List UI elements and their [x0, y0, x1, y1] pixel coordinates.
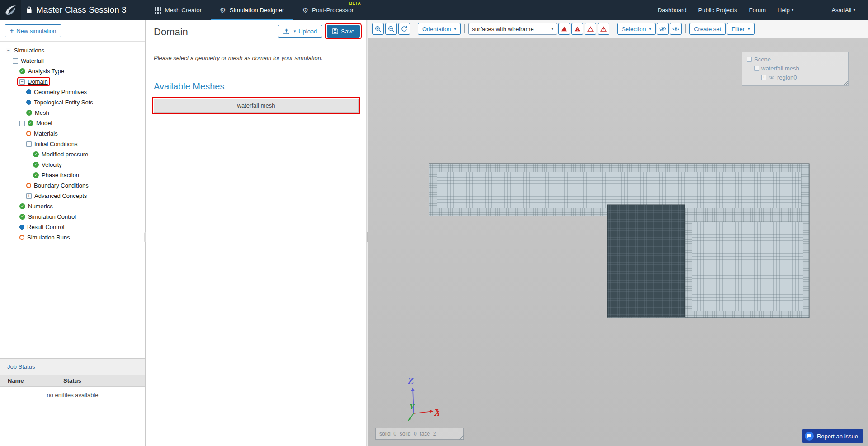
tree-item-numerics[interactable]: ✓Numerics	[0, 201, 145, 211]
dashboard-link[interactable]: Dashboard	[658, 7, 687, 14]
scene-tree-mesh[interactable]: − waterfall mesh	[747, 64, 848, 73]
mesh-quality-solid-button[interactable]	[558, 23, 570, 35]
upload-icon	[283, 28, 289, 34]
status-complete-icon: ✓	[28, 120, 33, 126]
orientation-button[interactable]: Orientation ▾	[418, 23, 461, 35]
scene-tree-root[interactable]: − Scene	[747, 55, 848, 64]
status-complete-icon: ✓	[26, 110, 32, 116]
header-links: Dashboard Public Projects Forum Help▾ As…	[658, 7, 855, 14]
tree-item-modified-pressure[interactable]: ✓Modified pressure	[0, 149, 145, 160]
save-button[interactable]: Save	[327, 25, 360, 38]
tree-item-mesh[interactable]: ✓Mesh	[0, 108, 145, 118]
chevron-down-icon: ▾	[454, 27, 457, 31]
job-status-empty-text: no entities available	[0, 387, 145, 399]
status-complete-icon: ✓	[19, 214, 25, 220]
warning-triangle-outline-icon	[587, 26, 594, 32]
scene-mesh-label: waterfall mesh	[761, 65, 799, 72]
zoom-in-button[interactable]	[372, 23, 384, 35]
render-mode-select[interactable]: surfaces with wireframe ▾	[468, 23, 557, 35]
tab-mesh-creator[interactable]: Mesh Creator	[146, 0, 211, 20]
expand-icon[interactable]: +	[26, 193, 32, 199]
public-projects-link[interactable]: Public Projects	[698, 7, 737, 14]
filter-button[interactable]: Filter ▾	[727, 23, 754, 35]
mesh-quality-outline-button[interactable]	[585, 23, 596, 35]
expand-icon[interactable]: +	[761, 75, 766, 80]
selected-face-input[interactable]	[375, 428, 464, 440]
active-tab-underline	[211, 19, 293, 20]
tree-item-simulation-control[interactable]: ✓Simulation Control	[0, 211, 145, 222]
tree-item-label: Geometry Primitives	[34, 89, 87, 95]
create-set-button[interactable]: Create set	[689, 23, 726, 35]
refresh-view-button[interactable]	[398, 23, 410, 35]
show-selection-button[interactable]	[670, 23, 682, 35]
filter-label: Filter	[731, 26, 745, 33]
chat-bubble-icon	[805, 432, 814, 441]
tree-item-label: Phase fraction	[42, 172, 79, 178]
collapse-icon[interactable]: −	[747, 57, 752, 62]
collapse-icon[interactable]: −	[26, 141, 32, 147]
waterfall-mesh-geometry[interactable]	[429, 164, 809, 318]
status-complete-icon: ✓	[33, 172, 39, 178]
new-simulation-button[interactable]: + New simulation	[5, 24, 61, 37]
zoom-in-icon	[375, 26, 382, 33]
tree-item-velocity[interactable]: ✓Velocity	[0, 160, 145, 170]
zoom-out-icon	[388, 26, 395, 33]
tab-label: Mesh Creator	[165, 7, 202, 14]
lock-icon	[26, 6, 32, 14]
tree-item-simulations[interactable]: −Simulations	[0, 45, 145, 56]
tree-item-analysis-type[interactable]: ✓Analysis Type	[0, 66, 145, 76]
collapse-icon[interactable]: −	[13, 58, 18, 64]
tree-item-boundary-conditions[interactable]: Boundary Conditions	[0, 180, 145, 191]
zoom-out-button[interactable]	[385, 23, 397, 35]
project-header: Master Class Session 3	[26, 5, 127, 15]
upload-button[interactable]: ▾ Upload	[278, 25, 323, 38]
job-status-table-header: Name Status	[0, 375, 145, 387]
tree-item-result-control[interactable]: Result Control	[0, 222, 145, 232]
axis-triad: Z X Y	[393, 375, 439, 427]
tree-item-model[interactable]: −✓Model	[0, 118, 145, 128]
forum-link[interactable]: Forum	[749, 7, 766, 14]
tree-item-topological-entity-sets[interactable]: Topological Entity Sets	[0, 97, 145, 108]
splitter-handle[interactable]	[367, 232, 368, 242]
chevron-down-icon: ▾	[853, 8, 855, 12]
tree-item-waterfall[interactable]: −Waterfall	[0, 56, 145, 66]
tree-item-geometry-primitives[interactable]: Geometry Primitives	[0, 87, 145, 97]
tree-item-domain[interactable]: −Domain	[0, 76, 145, 87]
tree-item-simulation-runs[interactable]: Simulation Runs	[0, 232, 145, 243]
tree-item-advanced-concepts[interactable]: +Advanced Concepts	[0, 191, 145, 201]
mesh-3d-view[interactable]	[425, 158, 814, 321]
scene-tree-region[interactable]: + region0	[747, 73, 848, 82]
collapse-icon[interactable]: −	[19, 121, 25, 126]
selection-button[interactable]: Selection ▾	[617, 23, 656, 35]
tree-item-label: Analysis Type	[28, 68, 64, 75]
collapse-icon[interactable]: −	[754, 66, 759, 71]
toolbar-divider	[685, 24, 686, 33]
tree-item-label: Simulations	[14, 47, 44, 54]
report-issue-label: Report an issue	[817, 433, 858, 440]
user-menu[interactable]: AsadAli▾	[831, 7, 855, 14]
viewport-toolbar: Orientation ▾ surfaces with wireframe ▾	[372, 23, 755, 35]
collapse-icon[interactable]: −	[6, 48, 11, 53]
mesh-quality-outline-alert-button[interactable]	[598, 23, 609, 35]
status-incomplete-icon	[26, 131, 31, 136]
tree-item-label: Domain	[28, 78, 48, 85]
mesh-quality-alert-button[interactable]	[571, 23, 583, 35]
help-menu[interactable]: Help▾	[778, 7, 793, 14]
tree-item-initial-conditions[interactable]: −Initial Conditions	[0, 139, 145, 149]
collapse-icon[interactable]: −	[19, 79, 25, 85]
eye-icon[interactable]	[769, 75, 775, 80]
simulation-sidebar: + New simulation −Simulations−Waterfall✓…	[0, 20, 146, 446]
status-info-icon	[26, 89, 31, 94]
column-status: Status	[63, 377, 81, 384]
job-status-title: Job Status	[0, 359, 145, 375]
tab-post-processor[interactable]: ⚙ Post-Processor BETA	[293, 0, 363, 20]
tree-item-label: Waterfall	[21, 57, 44, 64]
mesh-list-item-waterfall-mesh[interactable]: waterfall mesh	[154, 99, 359, 113]
hide-selection-button[interactable]	[657, 23, 669, 35]
tree-item-phase-fraction[interactable]: ✓Phase fraction	[0, 170, 145, 180]
report-issue-button[interactable]: Report an issue	[802, 429, 863, 443]
gear-icon: ⚙	[302, 7, 308, 14]
tree-item-materials[interactable]: Materials	[0, 128, 145, 139]
app-logo[interactable]	[0, 0, 21, 20]
tab-simulation-designer[interactable]: ⚙ Simulation Designer	[211, 0, 293, 20]
